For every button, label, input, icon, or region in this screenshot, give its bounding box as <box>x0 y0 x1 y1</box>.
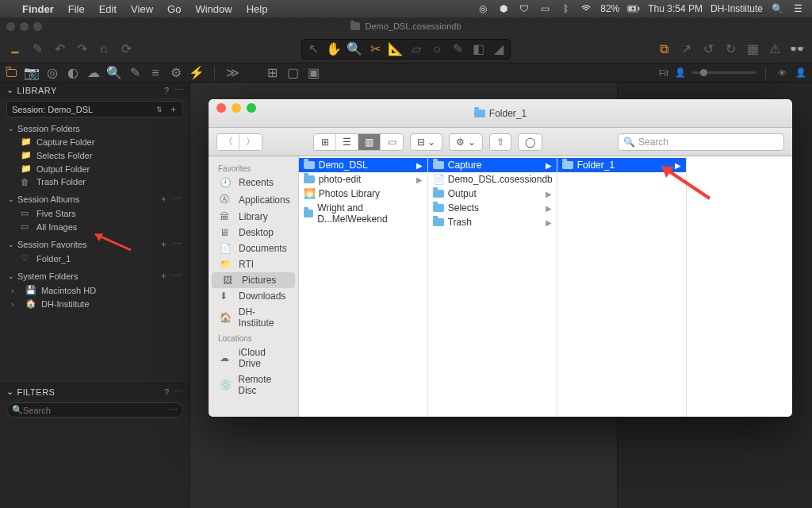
more-icon[interactable]: ⋯ <box>173 239 182 249</box>
toolbar-right-4-icon[interactable]: ↻ <box>722 40 739 58</box>
add-icon[interactable]: ＋ <box>159 193 168 205</box>
grid-icon[interactable]: ▦ <box>744 40 761 58</box>
loupe-tool-icon[interactable]: 🔍 <box>345 41 364 57</box>
menubar-app-name[interactable]: Finder <box>22 3 54 15</box>
col1-photo-edit[interactable]: photo-edit▶ <box>299 172 427 187</box>
item-output-folder[interactable]: 📁Output Folder <box>0 162 190 175</box>
capture-tab-icon[interactable]: 📷 <box>25 67 38 79</box>
gradient-tool-icon[interactable]: ◢ <box>489 41 508 57</box>
redo-icon[interactable]: ↷ <box>73 40 90 58</box>
battery-percent[interactable]: 82% <box>600 3 619 14</box>
hand-tool-icon[interactable]: ✋ <box>324 41 343 57</box>
menubar-user[interactable]: DH-Instiitute <box>710 3 763 14</box>
sidebar-pictures[interactable]: 🖼Pictures <box>212 272 295 288</box>
menu-window[interactable]: Window <box>195 3 232 15</box>
menu-file[interactable]: File <box>68 3 85 15</box>
toolbar-right-2-icon[interactable]: ↗ <box>677 40 695 58</box>
import-icon[interactable] <box>6 40 24 58</box>
captureone-traffic-lights[interactable] <box>6 22 42 31</box>
list-view-button[interactable]: ☰ <box>336 134 358 150</box>
col1-wright[interactable]: Wright and D...MelWeekend <box>299 201 427 226</box>
session-selector[interactable]: Session: Demo_DSL ⇅＋ <box>6 101 183 117</box>
wifi-icon[interactable] <box>580 2 592 15</box>
crop-tool-icon[interactable]: ✂ <box>366 41 385 57</box>
tags-button[interactable]: ◯ <box>518 133 542 151</box>
sidebar-documents[interactable]: 📄Documents <box>209 241 298 256</box>
spot-tool-icon[interactable]: ○ <box>427 41 446 57</box>
item-selects-folder[interactable]: 📁Selects Folder <box>0 148 190 162</box>
sidebar-applications[interactable]: ⒶApplications <box>209 190 298 209</box>
more-icon[interactable]: ⋯ <box>173 194 182 204</box>
shield-icon[interactable]: 🛡 <box>518 2 530 15</box>
view-multi-icon[interactable]: ▣ <box>307 67 320 79</box>
group-session-folders[interactable]: ⌄Session Folders <box>0 122 190 135</box>
view-grid-icon[interactable]: ⊞ <box>266 67 278 79</box>
sidebar-recents[interactable]: 🕘Recents <box>209 175 298 190</box>
col2-selects[interactable]: Selects▶ <box>428 201 557 215</box>
menu-help[interactable]: Help <box>247 3 268 15</box>
exposure-tab-icon[interactable]: ☁ <box>87 67 100 79</box>
output-tab-icon[interactable]: ⚙ <box>170 67 182 79</box>
sidebar-desktop[interactable]: 🖥Desktop <box>209 225 298 241</box>
keystone-tool-icon[interactable]: ▱ <box>407 41 426 57</box>
details-tab-icon[interactable]: 🔍 <box>108 67 121 79</box>
metadata-tab-icon[interactable]: ≡ <box>149 67 162 79</box>
more-icon[interactable]: ⋯ <box>174 387 184 397</box>
sidebar-downloads[interactable]: ⬇Downloads <box>209 288 298 304</box>
share-button[interactable]: ⇧ <box>489 133 511 151</box>
sidebar-dh-institute[interactable]: 🏠DH-Instiitute <box>209 304 298 331</box>
add-icon[interactable]: ＋ <box>159 270 168 282</box>
color-tab-icon[interactable]: ◐ <box>67 67 79 79</box>
chevron-right-icon[interactable]: ≫ <box>226 67 239 79</box>
library-header[interactable]: ⌄LIBRARY ? ⋯ <box>0 83 190 98</box>
menu-edit[interactable]: Edit <box>99 3 117 15</box>
help-icon[interactable]: ? <box>164 86 170 95</box>
col2-cosessiondb[interactable]: 📄Demo_DSL.cosessiondb <box>428 172 557 187</box>
item-five-stars[interactable]: ▭Five Stars <box>0 206 190 220</box>
brush-tool-icon[interactable]: ✎ <box>448 41 467 57</box>
item-dh-institute[interactable]: ›🏠DH-Instiitute <box>0 297 190 310</box>
filters-search[interactable]: 🔍 Search⋯ <box>6 402 183 418</box>
toolbar-icon-2[interactable]: ✎ <box>29 40 46 58</box>
col1-photos-library[interactable]: 🌅Photos Library <box>299 187 427 201</box>
eraser-tool-icon[interactable]: ◧ <box>469 41 488 57</box>
arrange-button[interactable]: ⊟ ⌄ <box>410 133 442 151</box>
more-icon[interactable]: ⋯ <box>174 85 184 95</box>
group-system-folders[interactable]: ⌄System Folders＋⋯ <box>0 268 190 283</box>
gallery-view-button[interactable]: ▭ <box>381 134 403 150</box>
help-icon[interactable]: ? <box>164 387 170 397</box>
finder-titlebar[interactable]: Folder_1 <box>209 99 792 128</box>
zoom-slider[interactable] <box>692 71 756 74</box>
undo-icon[interactable]: ↶ <box>51 40 68 58</box>
notification-center-icon[interactable]: ☰ <box>791 2 804 15</box>
sidebar-rti[interactable]: 📁RTI <box>209 256 298 272</box>
col2-trash[interactable]: Trash▶ <box>428 215 557 229</box>
finder-search[interactable]: 🔍 Search <box>618 133 784 151</box>
pointer-tool-icon[interactable]: ↖ <box>304 41 323 57</box>
group-session-albums[interactable]: ⌄Session Albums＋⋯ <box>0 191 190 206</box>
more-icon[interactable]: ⋯ <box>173 271 182 281</box>
menu-go[interactable]: Go <box>167 3 181 15</box>
straighten-tool-icon[interactable]: 📐 <box>386 41 405 57</box>
add-icon[interactable]: ＋ <box>159 238 168 250</box>
filters-header[interactable]: ⌄FILTERS?⋯ <box>0 384 190 399</box>
lens-tab-icon[interactable]: ◎ <box>46 67 59 79</box>
sidebar-icloud[interactable]: ☁iCloud Drive <box>209 344 298 371</box>
back-button[interactable]: 〈 <box>217 134 239 150</box>
icon-view-button[interactable]: ⊞ <box>314 134 336 150</box>
sidebar-remote-disc[interactable]: 💿Remote Disc <box>209 371 298 398</box>
warning-icon[interactable]: ⚠ <box>766 40 783 58</box>
preview-icon[interactable]: 👓 <box>788 40 806 58</box>
sidebar-library[interactable]: 🏛Library <box>209 209 298 225</box>
zoom-button[interactable] <box>247 103 256 113</box>
bluetooth-icon[interactable]: ᛒ <box>559 2 572 15</box>
battery-icon[interactable] <box>627 2 640 15</box>
finder-traffic-lights[interactable] <box>216 103 256 113</box>
close-button[interactable] <box>216 103 226 113</box>
info-person-icon[interactable]: 👤 <box>795 67 807 79</box>
adjustments-tab-icon[interactable]: ✎ <box>128 67 141 79</box>
item-capture-folder[interactable]: 📁Capture Folder <box>0 135 190 148</box>
eye-icon[interactable]: 👁 <box>776 67 788 79</box>
forward-button[interactable]: 〉 <box>239 134 262 150</box>
item-trash-folder[interactable]: 🗑Trash Folder <box>0 175 190 188</box>
